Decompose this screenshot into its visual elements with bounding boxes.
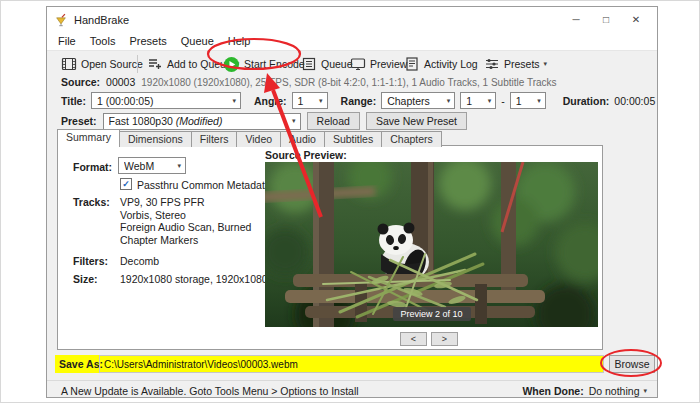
menu-queue[interactable]: Queue (174, 35, 221, 47)
title-bar: HandBrake ─ □ ✕ (47, 7, 657, 32)
chevron-down-icon: ▾ (292, 117, 296, 125)
range-start-select[interactable]: 1 ▾ (460, 92, 496, 109)
presets-icon (484, 56, 500, 72)
activity-log-label: Activity Log (424, 58, 478, 70)
when-done-area: When Done: Do nothing ▾ (522, 385, 647, 397)
save-as-path-input[interactable]: C:\Users\Administrator\Videos\00003.webm (99, 355, 604, 373)
activity-log-icon (404, 56, 420, 72)
preset-select[interactable]: Fast 1080p30 (Modified) ▾ (103, 113, 301, 130)
when-done-label: When Done: (522, 385, 583, 397)
range-label: Range: (341, 95, 377, 107)
chevron-down-icon: ▾ (319, 97, 323, 105)
presets-button[interactable]: Presets ▾ (480, 52, 551, 76)
start-encode-button[interactable]: Start Encode (219, 52, 309, 76)
chevron-down-icon: ▾ (488, 97, 492, 105)
start-encode-icon (223, 56, 240, 73)
save-new-preset-button[interactable]: Save New Preset (366, 112, 467, 130)
screenshot-canvas: HandBrake ─ □ ✕ File Tools Presets Queue… (0, 0, 700, 403)
tab-video[interactable]: Video (236, 131, 281, 147)
preview-prev-button[interactable]: < (400, 332, 427, 346)
close-button[interactable]: ✕ (621, 7, 651, 32)
update-notice[interactable]: A New Update is Available. Goto Tools Me… (61, 385, 359, 397)
when-done-value: Do nothing (589, 385, 640, 397)
angle-select[interactable]: 1 ▾ (292, 92, 328, 109)
menu-presets[interactable]: Presets (122, 35, 173, 47)
preset-label: Preset: (61, 115, 97, 127)
reload-button[interactable]: Reload (307, 112, 360, 130)
range-type-value: Chapters (387, 95, 442, 107)
chevron-down-icon: ▾ (447, 97, 451, 105)
tab-subtitles[interactable]: Subtitles (324, 131, 382, 147)
tab-summary[interactable]: Summary (57, 129, 120, 147)
filters-value: Decomb (120, 255, 159, 267)
presets-label: Presets (504, 58, 540, 70)
tab-strip: Summary Dimensions Filters Video Audio S… (57, 129, 441, 147)
preview-next-button[interactable]: > (431, 332, 458, 346)
save-as-label: Save As: (59, 358, 103, 370)
format-select[interactable]: WebM ▾ (118, 157, 186, 174)
activity-log-button[interactable]: Activity Log (400, 52, 482, 76)
tab-chapters[interactable]: Chapters (381, 131, 442, 147)
range-type-select[interactable]: Chapters ▾ (381, 92, 455, 109)
filters-label: Filters: (73, 255, 108, 267)
passthru-metadata-checkbox[interactable]: ✓ (120, 178, 132, 190)
add-to-queue-icon (147, 56, 163, 72)
format-select-value: WebM (124, 160, 173, 172)
track-item: Chapter Markers (120, 234, 251, 247)
handbrake-window: HandBrake ─ □ ✕ File Tools Presets Queue… (46, 6, 658, 398)
range-end-select[interactable]: 1 ▾ (510, 92, 546, 109)
range-start-value: 1 (466, 95, 483, 107)
preset-select-value: Fast 1080p30 (Modified) (109, 115, 288, 127)
track-item: Vorbis, Stereo (120, 209, 251, 222)
summary-panel: Format: WebM ▾ ✓ Passthru Common Metadat… (57, 145, 603, 350)
source-name: 00003 (106, 76, 135, 88)
source-preview-label: Source Preview: (265, 149, 347, 161)
open-source-label: Open Source (81, 58, 143, 70)
range-end-value: 1 (516, 95, 533, 107)
chevron-down-icon: ▾ (643, 387, 647, 395)
handbrake-logo-icon (54, 13, 68, 27)
preset-row: Preset: Fast 1080p30 (Modified) ▾ Reload… (61, 112, 467, 130)
open-source-icon (61, 56, 77, 72)
source-label: Source: (61, 76, 100, 88)
tab-dimensions[interactable]: Dimensions (119, 131, 192, 147)
source-row: Source: 00003 1920x1080 (1920x1080), 25 … (61, 76, 557, 88)
chevron-down-icon: ▾ (177, 162, 181, 170)
source-preview-image (265, 162, 598, 327)
duration-label: Duration: (563, 95, 610, 107)
menu-bar: File Tools Presets Queue Help (47, 32, 657, 51)
queue-icon (301, 56, 317, 72)
open-source-button[interactable]: Open Source (57, 52, 147, 76)
chevron-down-icon: ▾ (537, 97, 541, 105)
status-separator (47, 380, 657, 381)
menu-tools[interactable]: Tools (83, 35, 123, 47)
title-select-value: 1 (00:00:05) (97, 95, 228, 107)
preview-icon (350, 56, 366, 72)
passthru-metadata-label: Passthru Common Metadata (137, 179, 271, 191)
preview-counter-badge: Preview 2 of 10 (392, 307, 470, 321)
when-done-select[interactable]: Do nothing ▾ (589, 385, 647, 397)
title-row: Title: 1 (00:00:05) ▾ Angle: 1 ▾ Range: … (61, 92, 655, 109)
chevron-down-icon: ▾ (544, 60, 548, 68)
range-separator: - (501, 95, 505, 107)
maximize-button[interactable]: □ (591, 7, 621, 32)
angle-select-value: 1 (298, 95, 315, 107)
toolbar-separator (137, 55, 138, 73)
tracks-list: VP9, 30 FPS PFR Vorbis, Stereo Foreign A… (120, 196, 251, 246)
tab-filters[interactable]: Filters (191, 131, 238, 147)
menu-help[interactable]: Help (221, 35, 258, 47)
menu-file[interactable]: File (51, 35, 83, 47)
source-details: 1920x1080 (1920x1080), 25 FPS, SDR (8-bi… (141, 77, 556, 88)
minimize-button[interactable]: ─ (561, 7, 591, 32)
tab-audio[interactable]: Audio (280, 131, 325, 147)
toolbar: Open Source Add to Queue ▾ Start Encode (47, 51, 657, 77)
preset-modified-suffix: (Modified) (176, 115, 223, 127)
track-item: VP9, 30 FPS PFR (120, 196, 251, 209)
format-label: Format: (73, 161, 112, 173)
browse-button[interactable]: Browse (609, 355, 655, 373)
duration-value: 00:00:05 (614, 95, 655, 107)
source-preview-pane: Preview 2 of 10 (265, 162, 598, 327)
start-encode-label: Start Encode (244, 58, 305, 70)
title-select[interactable]: 1 (00:00:05) ▾ (91, 92, 241, 109)
window-controls: ─ □ ✕ (561, 7, 657, 32)
